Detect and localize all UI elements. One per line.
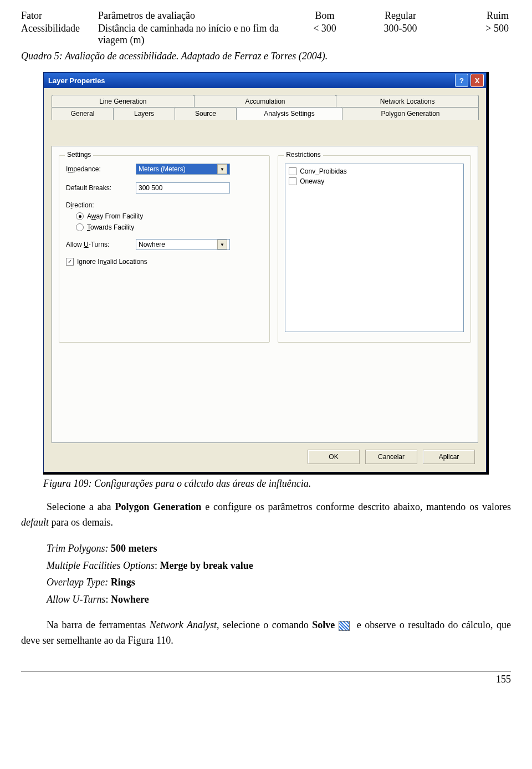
td-param: Distância de caminhada no início e no fi… [98,23,289,47]
text: e configure os parâmetros conforme descr… [201,501,511,512]
tab-polygon-generation[interactable]: Polygon Generation [342,107,479,120]
radio-icon [76,212,84,220]
quadro-caption: Quadro 5: Avaliação de acessibilidade. A… [21,50,511,62]
tab-accumulation[interactable]: Accumulation [194,95,337,108]
restriction-label: Conv_Proibidas [300,167,347,175]
tab-general[interactable]: General [52,107,114,120]
restrictions-list[interactable]: Conv_Proibidas Oneway [285,164,464,332]
restrictions-legend: Restrictions [284,151,323,159]
text: Nowhere [111,594,149,605]
layer-properties-dialog: Layer Properties ? X Line Generation Acc… [43,72,487,472]
evaluation-table: Fator Parâmetros de avaliação Bom Regula… [21,10,511,47]
setting-uturns: Allow U-Turns: Nowhere [47,592,511,608]
ignore-invalid-check[interactable]: Ignore Invalid Locations [66,258,263,266]
dialog-title: Layer Properties [46,77,453,85]
solve-icon [339,621,350,631]
uturns-value: Nowhere [139,241,165,248]
text: : [106,594,111,605]
setting-multiple: Multiple Facilities Options: Merge by br… [47,558,511,574]
tab-layers[interactable]: Layers [113,107,175,120]
td-ruim: > 500 [440,23,511,47]
th-param: Parâmetros de avaliação [98,10,289,23]
apply-button[interactable]: Aplicar [423,450,475,464]
th-bom: Bom [289,10,363,23]
breaks-input[interactable]: 300 500 [136,182,230,193]
help-icon: ? [459,77,464,85]
restrictions-group: Restrictions Conv_Proibidas Oneway [278,155,471,343]
text: Rings [111,577,135,588]
text: Allow U-Turns [47,594,106,605]
checkbox-icon [289,167,296,175]
ignore-label: Ignore Invalid Locations [77,258,147,266]
tab-line-generation[interactable]: Line Generation [52,95,195,108]
impedance-combo[interactable]: Meters (Meters) ▼ [136,164,230,175]
restriction-item[interactable]: Conv_Proibidas [289,167,460,175]
checkbox-icon [66,258,74,266]
uturns-combo[interactable]: Nowhere ▼ [136,239,230,250]
ok-button[interactable]: OK [308,450,360,464]
close-button[interactable]: X [470,74,484,87]
text: default [21,517,49,528]
paragraph-1: Selecione a aba Polygon Generation e con… [21,500,511,531]
setting-trim: Trim Polygons: 500 meters [47,541,511,557]
th-fator: Fator [21,10,98,23]
th-ruim: Ruim [440,10,511,23]
page-number: 155 [0,671,532,693]
text: Na barra de ferramentas [47,619,150,630]
setting-overlap: Overlayp Type: Rings [47,574,511,590]
text: Network Analyst [150,619,217,630]
chevron-down-icon: ▼ [217,164,227,174]
tab-network-locations[interactable]: Network Locations [336,95,479,108]
cancel-button[interactable]: Cancelar [365,450,417,464]
text: Overlayp Type: [47,577,111,588]
text: , selecione o comando [217,619,312,630]
tab-source[interactable]: Source [175,107,237,120]
impedance-value: Meters (Meters) [139,165,186,173]
impedance-label: Impedance: [66,165,132,173]
tab-analysis-settings[interactable]: Analysis Settings [236,107,342,120]
checkbox-icon [289,177,296,185]
td-bom: < 300 [289,23,363,47]
paragraph-2: Na barra de ferramentas Network Analyst,… [21,618,511,649]
th-reg: Regular [363,10,440,23]
radio-icon [76,223,84,231]
text: Polygon Generation [115,501,201,512]
breaks-label: Default Breaks: [66,184,132,192]
text: Selecione a aba [47,501,115,512]
text: Merge by break value [160,560,253,571]
radio-away-label: Away From Facility [87,212,143,220]
text: 500 meters [111,543,157,554]
text: : [155,560,160,571]
text: para os demais. [49,517,113,528]
td-reg: 300-500 [363,23,440,47]
settings-group: Settings Impedance: Meters (Meters) ▼ De… [59,155,270,343]
text: Trim Polygons: [47,543,111,554]
tab-page: Settings Impedance: Meters (Meters) ▼ De… [52,146,478,443]
td-fator: Acessibilidade [21,23,98,47]
restriction-label: Oneway [300,177,324,185]
text: Multiple Facilities Options [47,560,155,571]
chevron-down-icon: ▼ [217,240,227,249]
close-icon: X [475,77,480,85]
figura-caption: Figura 109: Configurações para o cálculo… [43,478,511,490]
radio-away[interactable]: Away From Facility [76,212,263,220]
radio-towards[interactable]: Towards Facility [76,223,263,231]
settings-legend: Settings [65,151,93,159]
text: Solve [312,619,335,630]
direction-label: Direction: [66,201,263,209]
titlebar: Layer Properties ? X [44,73,486,88]
restriction-item[interactable]: Oneway [289,177,460,185]
radio-towards-label: Towards Facility [87,223,134,231]
help-button[interactable]: ? [455,74,468,87]
uturns-label: Allow U-Turns: [66,241,132,248]
